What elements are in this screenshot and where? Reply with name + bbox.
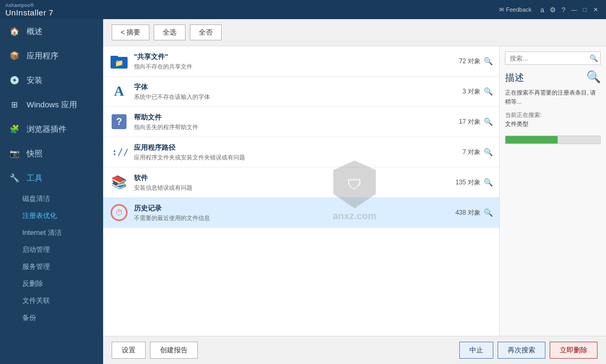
panel-desc: 正在搜索不再需要的注册表条目, 请稍等... (505, 88, 601, 106)
app-paths-desc: 应用程序文件夹或安装文件夹错误或有问题 (134, 154, 462, 162)
camera-icon: 📷 (9, 148, 20, 159)
windows-icon: ⊞ (9, 99, 20, 111)
software-title: 软件 (134, 173, 456, 183)
tools-icon: 🔧 (9, 172, 20, 184)
progress-bar-fill (506, 136, 558, 143)
feedback-label: Feedback (506, 6, 532, 13)
content-area: < 摘要 全选 全否 🛡 anxz.com 📁 (103, 19, 606, 364)
sidebar-item-browser-plugins[interactable]: 🧩 浏览器插件 (0, 117, 103, 141)
sidebar-sub-registry-opt[interactable]: 注册表优化 (0, 207, 103, 224)
search-submit-icon[interactable]: 🔍 (590, 54, 598, 62)
shared-files-desc: 指向不存在的共享文件 (134, 63, 459, 71)
help-icon[interactable]: ? (558, 4, 569, 15)
settings-button[interactable]: 设置 (112, 342, 146, 359)
history-desc: 不需要的最近使用的文件信息 (134, 214, 456, 222)
history-title: 历史记录 (134, 204, 456, 213)
svg-text:📁: 📁 (115, 58, 124, 67)
back-button[interactable]: < 摘要 (112, 24, 149, 40)
apps-icon: 📦 (9, 50, 20, 62)
sidebar-label-overview: 概述 (27, 27, 43, 37)
shared-files-search-icon[interactable]: 🔍 (484, 57, 493, 65)
sidebar-item-apps[interactable]: 📦 应用程序 (0, 44, 103, 68)
panel-lens-icon: 🔍 (586, 70, 601, 84)
select-none-button[interactable]: 全否 (190, 24, 222, 40)
fonts-text: 字体 系统中已不存在该输入的字体 (134, 82, 462, 101)
list-item-history[interactable]: ⏱ 历史记录 不需要的最近使用的文件信息 438 对象 🔍 (103, 198, 499, 228)
select-all-button[interactable]: 全选 (154, 24, 186, 40)
help-files-desc: 指向丢失的程序帮助文件 (134, 123, 459, 131)
help-files-title: 帮助文件 (134, 113, 459, 122)
list-item-app-paths[interactable]: :// 应用程序路径 应用程序文件夹或安装文件夹错误或有问题 7 对象 🔍 (103, 137, 499, 167)
sidebar-item-install[interactable]: 💿 安装 (0, 68, 103, 92)
sidebar-sub-service-mgr[interactable]: 服务管理 (0, 258, 103, 275)
progress-bar-container (505, 136, 601, 144)
bottom-toolbar: 设置 创建报告 中止 再次搜索 立即删除 (103, 336, 606, 364)
history-count: 438 对象 (456, 208, 481, 217)
plugin-icon: 🧩 (9, 123, 20, 135)
history-search-icon[interactable]: 🔍 (484, 208, 493, 217)
sidebar-sub-anti-delete[interactable]: 反删除 (0, 275, 103, 292)
software-icon: 📚 (110, 173, 129, 192)
list-item-help-files[interactable]: ? 帮助文件 指向丢失的程序帮助文件 17 对象 🔍 (103, 107, 499, 137)
app-name: UnInstaller 7 (5, 8, 54, 17)
main-layout: 🏠 概述 📦 应用程序 💿 安装 ⊞ Windows 应用 🧩 浏览器插件 📷 … (0, 19, 606, 364)
shared-files-text: "共享文件" 指向不存在的共享文件 (134, 52, 459, 71)
sidebar-sub-internet-clean[interactable]: Internet 清洁 (0, 224, 103, 241)
minimize-button[interactable]: — (569, 4, 579, 15)
help-files-text: 帮助文件 指向丢失的程序帮助文件 (134, 113, 459, 131)
rescan-button[interactable]: 再次搜索 (498, 342, 545, 359)
sidebar-sub-disk-clean[interactable]: 磁盘清洁 (0, 190, 103, 207)
search-input[interactable] (510, 55, 590, 62)
scan-value: 文件类型 (505, 120, 601, 128)
svg-text:://: :// (112, 146, 128, 157)
sidebar-item-snapshots[interactable]: 📷 快照 (0, 141, 103, 166)
shared-files-icon: 📁 (110, 52, 129, 71)
sidebar-sub-backup[interactable]: 备份 (0, 309, 103, 326)
list-item-software[interactable]: 📚 软件 安装信息错误或有问题 135 对象 🔍 (103, 167, 499, 198)
sidebar-item-windows-apps[interactable]: ⊞ Windows 应用 (0, 92, 103, 117)
sidebar: 🏠 概述 📦 应用程序 💿 安装 ⊞ Windows 应用 🧩 浏览器插件 📷 … (0, 19, 103, 364)
svg-text:?: ? (116, 116, 122, 127)
software-desc: 安装信息错误或有问题 (134, 184, 456, 192)
sidebar-label-windows: Windows 应用 (27, 100, 77, 110)
search-box[interactable]: 🔍 (505, 52, 601, 65)
history-icon: ⏱ (110, 203, 129, 222)
sidebar-item-tools[interactable]: 🔧 工具 (0, 166, 103, 190)
sidebar-sub-file-assoc[interactable]: 文件关联 (0, 292, 103, 309)
help-files-search-icon[interactable]: 🔍 (484, 117, 493, 126)
list-item-shared-files[interactable]: 📁 "共享文件" 指向不存在的共享文件 72 对象 🔍 (103, 46, 499, 77)
fonts-icon: A (110, 82, 129, 101)
close-button[interactable]: ✕ (590, 4, 601, 15)
settings-icon[interactable]: ⚙ (548, 4, 558, 15)
fonts-title: 字体 (134, 82, 462, 92)
mail-icon: ✉ (499, 6, 504, 13)
panel-title: 描述 (505, 71, 524, 84)
help-files-icon: ? (110, 112, 129, 131)
software-search-icon[interactable]: 🔍 (484, 178, 493, 187)
app-logo: Ashampoo® UnInstaller 7 (5, 3, 54, 17)
software-text: 软件 安装信息错误或有问题 (134, 173, 456, 192)
app-paths-count: 7 对象 (462, 148, 481, 157)
stop-button[interactable]: 中止 (459, 342, 493, 359)
delete-now-button[interactable]: 立即删除 (550, 342, 597, 359)
sidebar-sub-startup-mgr[interactable]: 启动管理 (0, 241, 103, 258)
sidebar-label-snapshots: 快照 (27, 149, 43, 159)
title-bar: Ashampoo® UnInstaller 7 ✉ Feedback a ⚙ ?… (0, 0, 606, 19)
create-report-button[interactable]: 创建报告 (150, 342, 198, 359)
list-item-fonts[interactable]: A 字体 系统中已不存在该输入的字体 3 对象 🔍 (103, 77, 499, 107)
brand-name: Ashampoo® (5, 3, 54, 8)
app-paths-search-icon[interactable]: 🔍 (484, 148, 493, 156)
help-files-count: 17 对象 (459, 117, 481, 126)
app-paths-title: 应用程序路径 (134, 143, 462, 153)
sidebar-label-tools: 工具 (27, 173, 43, 183)
scan-label: 当前正在搜索: (505, 111, 601, 119)
software-count: 135 对象 (456, 178, 481, 187)
history-text: 历史记录 不需要的最近使用的文件信息 (134, 204, 456, 222)
fonts-search-icon[interactable]: 🔍 (484, 87, 493, 96)
feedback-button[interactable]: ✉ Feedback (499, 6, 532, 13)
maximize-button[interactable]: □ (579, 4, 590, 15)
sidebar-label-apps: 应用程序 (27, 51, 58, 61)
shared-files-title: "共享文件" (134, 52, 459, 62)
sidebar-item-overview[interactable]: 🏠 概述 (0, 19, 103, 44)
sidebar-label-plugins: 浏览器插件 (27, 124, 66, 134)
